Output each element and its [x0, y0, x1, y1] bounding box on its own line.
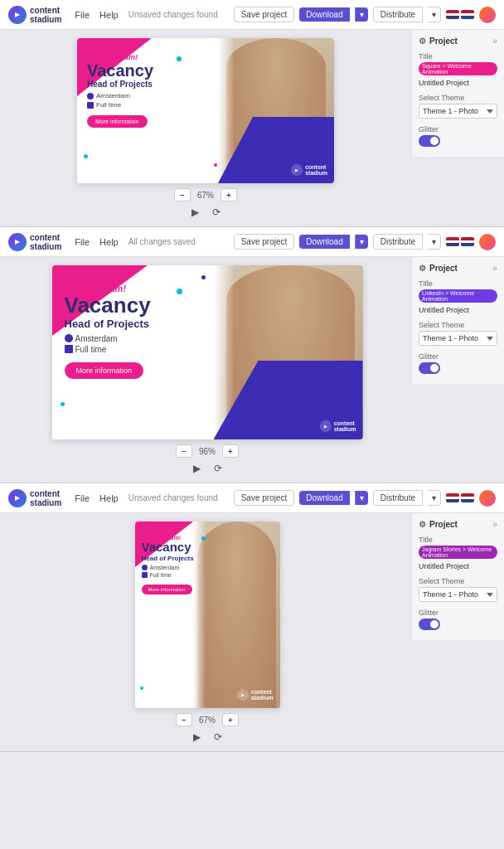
chevron-right-2[interactable]: »	[492, 264, 497, 273]
right-panel-1: ⚙ Project » Title Square > Welcome Anima…	[411, 30, 504, 157]
gear-icon-3[interactable]: ⚙	[419, 520, 426, 529]
menu-file-3[interactable]: File	[75, 493, 90, 503]
section-3: contentstadium File Help Unsaved changes…	[0, 483, 504, 752]
panel-title-2: ⚙ Project	[419, 264, 458, 273]
badge-2: Linkedin > Welcome Animation	[419, 289, 497, 303]
flag-us-1	[446, 10, 459, 19]
topbar-2: contentstadium File Help All changes sav…	[0, 227, 504, 257]
banner-content-3: Join the team! Vacancy Head of Projects …	[142, 535, 194, 594]
card-logo-1: contentstadium	[291, 164, 327, 177]
play-button-1[interactable]: ▶	[187, 205, 202, 220]
glitter-toggle-row-3	[419, 619, 497, 630]
loop-button-2[interactable]: ⟳	[211, 461, 225, 476]
card-logo-text-2: contentstadium	[334, 420, 356, 433]
zoom-minus-3[interactable]: −	[176, 713, 192, 726]
avatar-3[interactable]	[479, 490, 496, 507]
play-controls-1: ▶ ⟳	[181, 201, 230, 223]
menu-file-2[interactable]: File	[75, 237, 90, 247]
employment-label-1: Full time	[96, 101, 121, 109]
logo-icon-3	[8, 489, 27, 507]
menu-help-3[interactable]: Help	[99, 493, 119, 503]
panel-title-1: ⚙ Project	[419, 36, 458, 46]
title-value-3: Untitled Project	[419, 562, 497, 570]
banner-content-2: Join the team! Vacancy Head of Projects …	[65, 284, 151, 379]
topbar-actions-2: Save project Download ▾ Distribute ▾	[234, 234, 496, 250]
logo-icon	[8, 6, 27, 24]
save-button-2[interactable]: Save project	[234, 234, 295, 250]
distribute-arrow-1[interactable]: ▾	[428, 7, 441, 22]
glitter-label-3: Glitter	[419, 609, 497, 617]
card-logo-2: contentstadium	[320, 420, 356, 433]
distribute-arrow-2[interactable]: ▾	[428, 234, 441, 250]
zoom-plus-2[interactable]: +	[222, 444, 239, 458]
save-button-3[interactable]: Save project	[234, 490, 295, 506]
download-arrow-2[interactable]: ▾	[355, 235, 368, 249]
employment-row-1: Full time	[87, 101, 153, 109]
logo-2: contentstadium	[8, 233, 61, 251]
download-button-1[interactable]: Download	[299, 7, 349, 22]
zoom-plus-1[interactable]: +	[220, 188, 237, 201]
avatar-2[interactable]	[479, 234, 496, 250]
card-portrait-3: Join the team! Vacancy Head of Projects …	[135, 522, 280, 708]
location-row-3: Amsterdam	[142, 565, 194, 570]
distribute-button-1[interactable]: Distribute	[373, 7, 423, 22]
flag-us-3	[446, 493, 459, 502]
more-info-button-2[interactable]: More information	[65, 362, 144, 379]
distribute-arrow-3[interactable]: ▾	[428, 490, 441, 506]
chevron-right-3[interactable]: »	[492, 520, 497, 529]
topbar-actions-1: Save project Download ▾ Distribute ▾	[234, 7, 496, 23]
location-row-2: Amsterdam	[65, 334, 151, 343]
glitter-toggle-2[interactable]	[419, 362, 440, 374]
play-button-3[interactable]: ▶	[189, 730, 204, 745]
topbar-status-1: Unsaved changes found	[128, 10, 218, 19]
theme-select-3[interactable]: Theme 1 - Photo	[419, 587, 497, 602]
zoom-bar-3: − 67% +	[176, 713, 239, 726]
loop-button-1[interactable]: ⟳	[209, 205, 224, 220]
theme-label-1: Select Theme	[419, 94, 497, 102]
zoom-plus-3[interactable]: +	[222, 713, 239, 726]
download-arrow-1[interactable]: ▾	[355, 7, 368, 22]
play-controls-3: ▶ ⟳	[182, 726, 232, 748]
logo-text-3: contentstadium	[30, 489, 61, 507]
role-text-1: Head of Projects	[87, 80, 153, 89]
loop-button-3[interactable]: ⟳	[211, 730, 225, 745]
more-info-button-3[interactable]: More information	[142, 585, 192, 594]
distribute-button-2[interactable]: Distribute	[373, 234, 423, 250]
vacancy-text-2: Vacancy	[65, 294, 151, 318]
glitter-toggle-3[interactable]	[419, 619, 440, 630]
menu-help[interactable]: Help	[99, 10, 119, 20]
vacancy-text-3: Vacancy	[142, 541, 194, 555]
theme-label-2: Select Theme	[419, 321, 497, 329]
employment-row-3: Full time	[142, 572, 194, 578]
location-icon-3	[142, 565, 148, 570]
play-button-2[interactable]: ▶	[189, 461, 204, 476]
glitter-toggle-row-1	[419, 135, 497, 147]
more-info-button-1[interactable]: More information	[87, 115, 148, 128]
zoom-value-2: 96%	[199, 447, 216, 456]
zoom-minus-2[interactable]: −	[176, 444, 192, 458]
card-logo-text-1: contentstadium	[305, 164, 327, 177]
chevron-right-1[interactable]: »	[492, 36, 497, 46]
zoom-minus-1[interactable]: −	[174, 188, 191, 201]
card-logo-icon-3	[237, 689, 249, 701]
glitter-toggle-1[interactable]	[419, 135, 440, 147]
download-button-2[interactable]: Download	[299, 235, 349, 249]
theme-label-3: Select Theme	[419, 577, 497, 585]
download-button-3[interactable]: Download	[299, 491, 349, 505]
theme-select-2[interactable]: Theme 1 - Photo	[419, 331, 497, 346]
menu-file[interactable]: File	[75, 10, 90, 20]
gear-icon-2[interactable]: ⚙	[419, 264, 426, 273]
save-button-1[interactable]: Save project	[234, 7, 295, 22]
card-landscape-2: Join the team! Vacancy Head of Projects …	[52, 265, 363, 439]
location-label-1: Amsterdam	[96, 92, 130, 99]
topbar-menu-2: File Help	[75, 237, 118, 247]
menu-help-2[interactable]: Help	[99, 237, 119, 247]
gear-icon-1[interactable]: ⚙	[419, 36, 426, 46]
avatar-1[interactable]	[479, 7, 496, 23]
employment-label-2: Full time	[75, 345, 107, 354]
canvas-wrapper-1: Join the team! Vacancy Head of Projects …	[0, 30, 504, 226]
theme-select-1[interactable]: Theme 1 - Photo	[419, 104, 497, 119]
distribute-button-3[interactable]: Distribute	[373, 490, 423, 506]
download-arrow-3[interactable]: ▾	[355, 491, 368, 505]
canvas-wrapper-2: Join the team! Vacancy Head of Projects …	[0, 257, 504, 483]
